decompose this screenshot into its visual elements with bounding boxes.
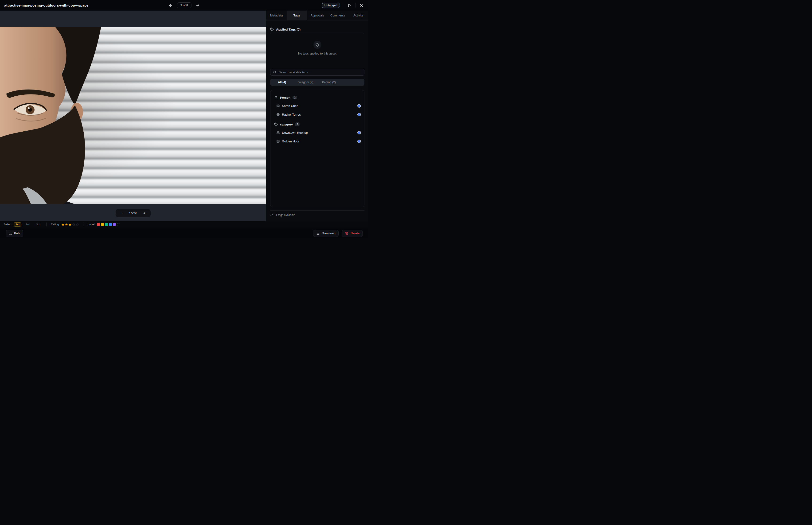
asset-attributes-bar: Select 1st 2nd 3rd Rating ★ ★ ★ ☆ ☆ Labe… bbox=[0, 221, 368, 228]
tag-row-golden-hour[interactable]: Golden Hour bbox=[276, 138, 361, 145]
filter-person[interactable]: Person (2) bbox=[317, 80, 341, 84]
select-3rd-chip[interactable]: 3rd bbox=[34, 222, 42, 227]
globe-icon bbox=[276, 113, 280, 116]
label-dot-green[interactable] bbox=[105, 223, 108, 226]
tags-available-footer: 4 tags available bbox=[270, 213, 364, 217]
tag-group-name: category bbox=[280, 123, 293, 126]
label-dot-red[interactable] bbox=[97, 223, 100, 226]
label-dot-blue[interactable] bbox=[109, 223, 112, 226]
topbar-actions: Untagged bbox=[322, 2, 364, 8]
tag-group-person: Person 2 bbox=[274, 94, 361, 101]
arrow-right-icon bbox=[196, 3, 200, 7]
rating-stars: ★ ★ ★ ☆ ☆ bbox=[61, 223, 79, 226]
tag-color-dot bbox=[358, 113, 361, 116]
filter-category[interactable]: category (2) bbox=[294, 80, 317, 84]
trending-up-icon bbox=[270, 213, 274, 217]
layers-icon bbox=[276, 139, 280, 143]
tag-row-rachel-torres[interactable]: Rachel Torres bbox=[276, 111, 361, 118]
tag-group-count: 2 bbox=[295, 122, 300, 126]
tab-tags[interactable]: Tags bbox=[287, 11, 307, 20]
tag-group-category: category 2 bbox=[274, 121, 361, 127]
zoom-out-button[interactable]: − bbox=[120, 211, 124, 216]
delete-button[interactable]: Delete bbox=[342, 230, 363, 237]
slideshow-play-button[interactable] bbox=[346, 2, 352, 8]
previous-asset-button[interactable] bbox=[168, 2, 174, 9]
select-2nd-chip[interactable]: 2nd bbox=[24, 222, 32, 227]
tag-name: Golden Hour bbox=[282, 139, 299, 143]
tag-color-dot bbox=[358, 140, 361, 142]
download-icon bbox=[316, 231, 320, 235]
image-viewer: − 100% + bbox=[0, 11, 266, 221]
star-icon[interactable]: ★ bbox=[61, 223, 64, 226]
tags-available-text: 4 tags available bbox=[276, 213, 295, 217]
label-color-dots bbox=[97, 223, 120, 226]
tag-icon bbox=[274, 122, 278, 126]
search-icon bbox=[273, 71, 277, 74]
main-area: − 100% + Metadata Tags Approvals Comment… bbox=[0, 11, 368, 221]
bulk-button-label: Bulk bbox=[14, 231, 20, 235]
filter-all[interactable]: All (4) bbox=[270, 80, 294, 84]
label-dot-purple[interactable] bbox=[113, 223, 116, 226]
download-button[interactable]: Download bbox=[313, 230, 339, 237]
untagged-status-badge[interactable]: Untagged bbox=[322, 3, 340, 8]
label-label: Label bbox=[88, 223, 94, 226]
zoom-controls: − 100% + bbox=[116, 209, 151, 217]
trash-icon bbox=[345, 231, 349, 235]
divider bbox=[83, 223, 83, 226]
download-button-label: Download bbox=[322, 231, 336, 235]
tags-panel: Applied Tags (0) No tags applied to this… bbox=[266, 20, 368, 221]
photo-man-portrait bbox=[0, 27, 266, 204]
tag-filter-tabs: All (4) category (2) Person (2) bbox=[270, 79, 364, 86]
tag-row-downtown-rooftop[interactable]: Downtown Rooftop bbox=[276, 129, 361, 136]
layers-icon bbox=[276, 131, 280, 134]
select-1st-chip[interactable]: 1st bbox=[14, 222, 21, 227]
available-tags-list: Person 2 Sarah Chen Rachel Torres bbox=[270, 90, 364, 207]
tab-activity[interactable]: Activity bbox=[348, 11, 368, 20]
zoom-level: 100% bbox=[128, 211, 138, 215]
sidebar-tabs: Metadata Tags Approvals Comments Activit… bbox=[266, 11, 368, 20]
tag-group-count: 2 bbox=[292, 96, 297, 100]
tab-metadata[interactable]: Metadata bbox=[266, 11, 287, 20]
footer-actions-bar: Bulk Download Delete bbox=[0, 228, 368, 238]
tag-icon bbox=[316, 43, 319, 47]
close-button[interactable] bbox=[358, 3, 364, 8]
label-dot-none[interactable] bbox=[117, 223, 120, 226]
applied-tags-empty-state: No tags applied to this asset bbox=[270, 34, 364, 55]
tag-name: Sarah Chen bbox=[282, 104, 298, 108]
delete-button-label: Delete bbox=[351, 231, 359, 235]
rating-label: Rating bbox=[51, 223, 59, 226]
applied-tags-header: Applied Tags (0) bbox=[270, 28, 364, 31]
arrow-left-icon bbox=[169, 3, 173, 7]
tag-search-input[interactable] bbox=[279, 71, 362, 74]
tag-color-dot bbox=[358, 131, 361, 134]
zoom-in-button[interactable]: + bbox=[142, 211, 147, 216]
asset-navigation: 2 of 8 bbox=[168, 0, 201, 11]
tag-name: Downtown Rooftop bbox=[282, 131, 308, 134]
divider bbox=[46, 223, 47, 226]
asset-filename: attractive-man-posing-outdoors-with-copy… bbox=[4, 3, 88, 7]
close-icon bbox=[359, 3, 363, 7]
star-icon[interactable]: ☆ bbox=[76, 223, 79, 226]
tab-approvals[interactable]: Approvals bbox=[307, 11, 327, 20]
empty-state-icon-circle bbox=[313, 41, 321, 49]
label-dot-yellow[interactable] bbox=[101, 223, 104, 226]
layers-icon bbox=[276, 104, 280, 108]
divider bbox=[270, 210, 364, 211]
empty-state-message: No tags applied to this asset bbox=[298, 52, 336, 55]
details-sidebar: Metadata Tags Approvals Comments Activit… bbox=[266, 11, 368, 221]
next-asset-button[interactable] bbox=[195, 2, 201, 9]
tag-search bbox=[270, 69, 364, 76]
topbar: attractive-man-posing-outdoors-with-copy… bbox=[0, 0, 368, 11]
asset-counter: 2 of 8 bbox=[177, 2, 191, 8]
checkbox-icon bbox=[9, 232, 12, 235]
star-icon[interactable]: ☆ bbox=[72, 223, 75, 226]
tab-comments[interactable]: Comments bbox=[327, 11, 348, 20]
bulk-button[interactable]: Bulk bbox=[6, 230, 23, 237]
person-icon bbox=[274, 96, 278, 100]
tag-row-sarah-chen[interactable]: Sarah Chen bbox=[276, 102, 361, 109]
select-label: Select bbox=[3, 223, 11, 226]
star-icon[interactable]: ★ bbox=[65, 223, 68, 226]
star-icon[interactable]: ★ bbox=[68, 223, 72, 226]
asset-viewer-app: attractive-man-posing-outdoors-with-copy… bbox=[0, 0, 368, 238]
tag-group-name: Person bbox=[280, 96, 290, 100]
